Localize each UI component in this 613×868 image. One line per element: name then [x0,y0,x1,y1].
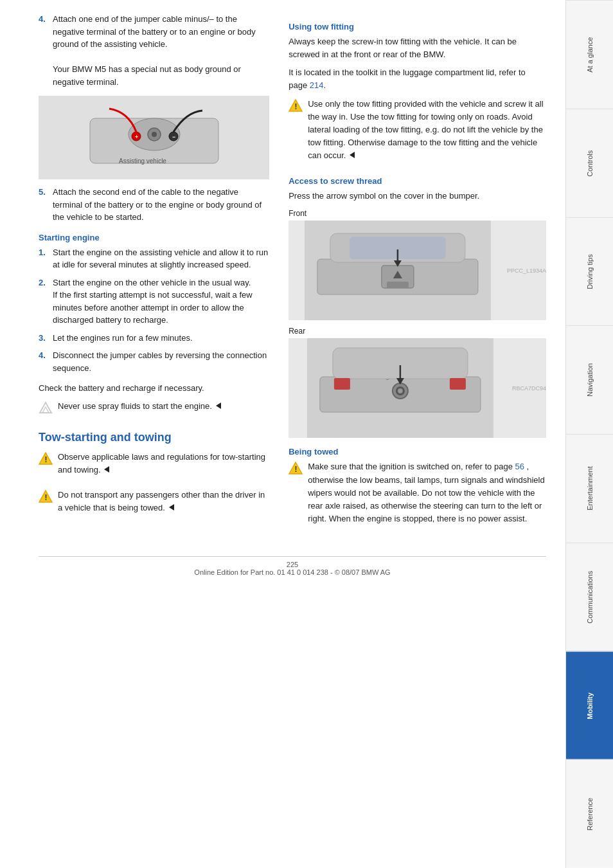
sidebar-tab-entertainment[interactable]: Entertainment [566,434,613,543]
being-towed-heading: Being towed [289,447,546,457]
left-column: 4. Attach one end of the jumper cable mi… [39,13,282,537]
jumper-cable-image: + − Assisting vehicle [39,96,269,179]
tow-warn-1-block: ! Observe applicable laws and regulation… [39,451,269,482]
step-5-num: 5. [39,186,46,199]
sidebar: At a glance Controls Driving tips Naviga… [565,0,613,868]
svg-text:!: ! [295,102,298,111]
sidebar-tab-at-a-glance[interactable]: At a glance [566,0,613,109]
warning-triangle-icon-1: ! [39,451,53,466]
footer-text: Online Edition for Part no. 01 41 0 014 … [194,568,390,576]
access-text: Press the arrow symbol on the cover in t… [289,190,546,203]
step-4-text: Attach one end of the jumper cable minus… [53,14,256,49]
tow-fitting-warn-block: ! Use only the tow fitting provided with… [289,98,546,168]
front-tow-image: PPCC_L1934A [289,221,546,320]
sidebar-tab-driving-tips[interactable]: Driving tips [566,217,613,326]
page-number: 225 [287,561,298,568]
se-step-2: 2. Start the engine on the other vehicle… [39,276,269,327]
note-triangle-icon [39,401,53,415]
warning-triangle-icon-4: ! [289,461,303,475]
se-check: Check the battery and recharge if necess… [39,382,269,395]
end-marker [216,402,221,409]
svg-text:!: ! [45,455,48,464]
step-4-num: 4. [39,13,46,26]
being-towed-warn-block: ! Make sure that the ignition is switche… [289,460,546,530]
sidebar-tab-navigation[interactable]: Navigation [566,325,613,434]
jumper-cable-svg: + − Assisting vehicle [84,99,225,176]
rear-img-code: RBCA7DC94 [512,385,546,392]
svg-text:+: + [135,134,138,140]
se-note-block: Never use spray fluids to start the engi… [39,400,269,418]
se-step-1-num: 1. [39,246,46,259]
right-column: Using tow fitting Always keep the screw-… [282,13,546,537]
using-tow-heading: Using tow fitting [289,22,546,32]
svg-rect-35 [450,378,466,390]
step-4-item: 4. Attach one end of the jumper cable mi… [39,13,269,88]
warning-triangle-icon-3: ! [289,98,303,113]
se-step-3: 3. Let the engines run for a few minutes… [39,332,269,345]
se-step-1: 1. Start the engine on the assisting veh… [39,246,269,271]
se-step-3-num: 3. [39,332,46,345]
tow-warn-1-text: Observe applicable laws and regulations … [58,451,269,476]
sidebar-tab-reference[interactable]: Reference [566,759,613,868]
step-4-note: Your BMW M5 has a special nut as body gr… [53,64,241,87]
svg-point-3 [152,132,157,137]
svg-text:Assisting vehicle: Assisting vehicle [119,158,166,165]
step-5-item: 5. Attach the second end of the cable to… [39,186,269,224]
warning-triangle-icon-2: ! [39,489,53,503]
svg-rect-22 [387,282,409,288]
svg-text:!: ! [45,493,48,502]
access-heading: Access to screw thread [289,176,546,186]
tow-section-heading: Tow-starting and towing [39,431,269,444]
rear-tow-svg [289,338,512,438]
tow-warn-2-block: ! Do not transport any passengers other … [39,489,269,520]
sidebar-tab-communications[interactable]: Communications [566,543,613,651]
front-tow-svg [289,221,507,320]
page-footer: 225 Online Edition for Part no. 01 41 0 … [39,556,546,576]
page-214-link[interactable]: 214 [310,80,324,90]
using-tow-p1: Always keep the screw-in tow fitting wit… [289,35,546,61]
svg-text:!: ! [295,465,298,474]
se-step-4: 4. Disconnect the jumper cables by rever… [39,349,269,374]
svg-rect-34 [334,378,350,390]
front-label: Front [289,209,546,218]
tow-fitting-warn-text: Use only the tow fitting provided with t… [308,98,546,163]
sidebar-tab-controls[interactable]: Controls [566,109,613,217]
se-note-text: Never use spray fluids to start the engi… [58,400,221,413]
rear-label: Rear [289,327,546,336]
being-towed-text: Make sure that the ignition is switched … [308,460,546,525]
front-img-code: PPCC_L1934A [507,267,546,274]
end-marker-2 [104,466,109,473]
rear-tow-image: RBCA7DC94 [289,338,546,438]
main-content: 4. Attach one end of the jumper cable mi… [0,0,565,868]
svg-text:−: − [172,134,175,140]
page-56-link[interactable]: 56 [515,462,524,471]
end-marker-4 [350,152,355,158]
se-step-4-num: 4. [39,349,46,362]
tow-warn-2-text: Do not transport any passengers other th… [58,489,269,514]
step-5-text: Attach the second end of the cable to th… [53,187,262,222]
se-step-2-num: 2. [39,276,46,289]
starting-engine-heading: Starting engine [39,233,269,242]
sidebar-tab-mobility[interactable]: Mobility [566,651,613,760]
svg-point-32 [398,388,403,393]
end-marker-3 [169,504,174,511]
using-tow-p2: It is located in the toolkit in the lugg… [289,66,546,92]
svg-marker-10 [42,407,49,413]
